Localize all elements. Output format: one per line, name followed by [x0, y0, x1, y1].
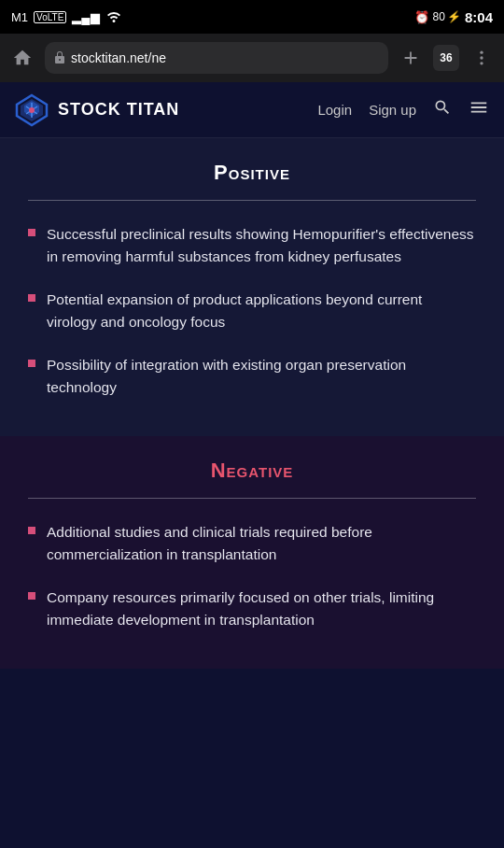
status-bar: M1 VoLTE ▂▄▆ ⏰ 80 ⚡ 8:04 — [0, 0, 504, 34]
signal-icon: ▂▄▆ — [72, 10, 99, 24]
alarm-icon: ⏰ — [414, 10, 429, 24]
lock-icon — [54, 50, 65, 66]
positive-list: Successful preclinical results showing H… — [28, 223, 476, 399]
negative-title: Negative — [28, 459, 476, 483]
new-tab-button[interactable] — [398, 45, 424, 71]
wifi-icon — [105, 9, 122, 25]
browser-menu-button[interactable] — [469, 45, 495, 71]
tab-count-button[interactable]: 36 — [433, 45, 459, 71]
charging-icon: ⚡ — [447, 10, 461, 23]
tab-count: 36 — [440, 51, 452, 64]
positive-title: Positive — [28, 161, 476, 185]
status-left: M1 VoLTE ▂▄▆ — [11, 9, 122, 25]
carrier-label: M1 — [11, 10, 28, 24]
status-right: ⏰ 80 ⚡ 8:04 — [414, 9, 493, 25]
volte-badge: VoLTE — [34, 11, 66, 23]
bullet-marker — [28, 527, 35, 534]
main-content: Positive Successful preclinical results … — [0, 138, 504, 669]
svg-point-2 — [480, 62, 483, 64]
logo-icon — [15, 93, 49, 127]
browser-chrome: stocktitan.net/ne 36 — [0, 34, 504, 82]
login-link[interactable]: Login — [317, 102, 352, 118]
browser-actions: 36 — [398, 45, 495, 71]
positive-section: Positive Successful preclinical results … — [0, 138, 504, 436]
site-header: STOCK TITAN Login Sign up — [0, 82, 504, 138]
battery-indicator: 80 ⚡ — [433, 10, 461, 23]
browser-home-button[interactable] — [9, 45, 35, 71]
list-item: Additional studies and clinical trials r… — [28, 521, 476, 566]
negative-divider — [28, 498, 476, 499]
list-item: Possibility of integration with existing… — [28, 354, 476, 399]
svg-point-0 — [480, 51, 483, 54]
svg-point-1 — [480, 56, 483, 59]
hamburger-menu-icon[interactable] — [469, 97, 489, 122]
bullet-marker — [28, 360, 35, 367]
positive-item-2: Potential expansion of product applicati… — [47, 289, 476, 333]
negative-list: Additional studies and clinical trials r… — [28, 521, 476, 631]
bullet-marker — [28, 294, 35, 302]
negative-item-2: Company resources primarily focused on o… — [47, 587, 476, 631]
battery-level: 80 — [433, 10, 445, 23]
time-display: 8:04 — [465, 9, 493, 25]
list-item: Potential expansion of product applicati… — [28, 289, 476, 333]
site-logo-text: STOCK TITAN — [58, 100, 179, 120]
search-icon[interactable] — [433, 98, 452, 121]
list-item: Successful preclinical results showing H… — [28, 223, 476, 268]
negative-item-1: Additional studies and clinical trials r… — [47, 521, 476, 566]
negative-section: Negative Additional studies and clinical… — [0, 436, 504, 669]
url-text: stocktitan.net/ne — [71, 50, 166, 65]
logo-area: STOCK TITAN — [15, 93, 179, 127]
bullet-marker — [28, 229, 35, 236]
svg-point-5 — [29, 107, 35, 113]
bullet-marker — [28, 592, 35, 600]
signup-link[interactable]: Sign up — [369, 102, 416, 118]
positive-divider — [28, 200, 476, 201]
positive-item-1: Successful preclinical results showing H… — [47, 223, 476, 268]
positive-item-3: Possibility of integration with existing… — [47, 354, 476, 399]
list-item: Company resources primarily focused on o… — [28, 587, 476, 631]
header-nav: Login Sign up — [317, 97, 489, 122]
url-bar[interactable]: stocktitan.net/ne — [45, 42, 388, 74]
